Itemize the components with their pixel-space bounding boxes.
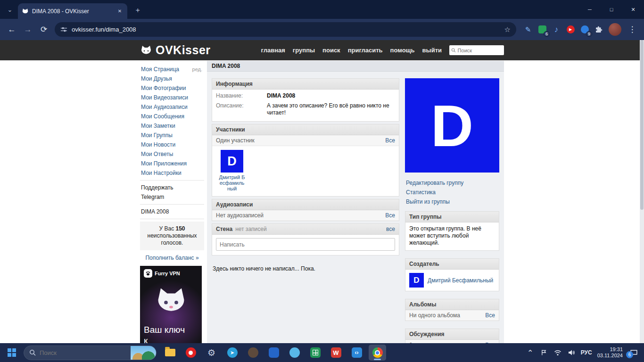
extensions-puzzle-icon[interactable]	[593, 24, 605, 36]
scrollbar-thumb[interactable]	[640, 40, 644, 210]
taskbar-app-icon-1[interactable]	[244, 345, 262, 361]
telegram-plane-icon: ➤	[227, 347, 238, 358]
sidebar-item-settings[interactable]: Мои Настройки	[141, 170, 182, 176]
browser-profile-avatar[interactable]	[609, 23, 621, 36]
sidebar-item-apps[interactable]: Мои Приложения	[141, 160, 187, 167]
forward-button[interactable]: →	[21, 23, 35, 37]
bookmark-star-icon[interactable]: ☆	[504, 25, 511, 34]
tab-favicon-icon	[22, 8, 29, 15]
search-highlight-image[interactable]	[131, 346, 156, 360]
sidebar-item-friends[interactable]: Мои Друзья	[141, 75, 172, 82]
creator-avatar[interactable]: D	[409, 273, 424, 288]
sidebar-item-videos[interactable]: Мои Видеозаписи	[141, 94, 188, 101]
tab-search-button[interactable]: ⌄	[3, 2, 17, 16]
tab-close-icon[interactable]: ✕	[116, 8, 124, 15]
taskbar-spreadsheet-icon[interactable]	[306, 345, 324, 361]
taskbar-settings-icon[interactable]: ⚙	[203, 345, 220, 361]
taskbar-telegram-icon[interactable]: ➤	[223, 345, 241, 361]
browser-menu-button[interactable]: ⋮	[625, 23, 639, 37]
nav-link-search[interactable]: поиск	[322, 47, 340, 54]
sidebar-item-group-dima2008[interactable]: DIMA 2008	[141, 208, 169, 215]
nav-link-home[interactable]: главная	[261, 47, 285, 54]
group-name-label: Название:	[216, 92, 267, 99]
site-settings-icon[interactable]	[60, 26, 67, 33]
sidebar-item-support[interactable]: Поддержать	[141, 184, 173, 191]
taskbar-yandex-browser-icon[interactable]	[182, 345, 199, 361]
member-name-link[interactable]: Дмитрий Бесфамильный	[218, 174, 246, 191]
wall-all-link[interactable]: все	[386, 226, 395, 232]
member-avatar[interactable]: D	[221, 150, 243, 173]
taskbar-clock[interactable]: 19:31 03.11.2024	[597, 346, 623, 359]
extension-icon-blue[interactable]: 9	[578, 24, 591, 36]
notification-center-button[interactable]: 6	[628, 347, 639, 358]
minimize-icon: ─	[588, 7, 592, 12]
sidebar-item-news[interactable]: Мои Новости	[141, 141, 175, 148]
tray-chevron-up-icon[interactable]: ⌃	[526, 348, 535, 357]
browser-tab[interactable]: DIMA 2008 - OVKisser ✕	[18, 3, 127, 19]
minimize-button[interactable]: ─	[579, 0, 601, 19]
nav-link-logout[interactable]: выйти	[422, 47, 442, 54]
taskbar-chrome-icon[interactable]	[369, 345, 386, 361]
taskbar-wps-office-icon[interactable]: W	[327, 345, 345, 361]
site-logo[interactable]: OVKisser	[140, 43, 211, 57]
maximize-button[interactable]: □	[601, 0, 622, 19]
music-extension-icon[interactable]: ♪	[550, 24, 562, 36]
taskbar-vscode-icon[interactable]: ‹›	[348, 345, 365, 361]
sidebar-item-my-page[interactable]: Моя Страница	[141, 66, 179, 73]
member-card: D Дмитрий Бесфамильный	[218, 150, 246, 192]
statistics-link[interactable]: Статистика	[405, 188, 499, 197]
ad-brand-text: Furry VPN	[155, 271, 180, 276]
extension-1-badge: 6	[544, 31, 550, 37]
wall-post-input[interactable]	[216, 238, 395, 251]
sidebar-item-photos[interactable]: Мои Фотографии	[141, 85, 186, 91]
sidebar-edit-link[interactable]: ред.	[192, 66, 202, 72]
sidebar-item-notes[interactable]: Мои Заметки	[141, 123, 175, 129]
tray-flag-icon[interactable]	[540, 348, 548, 357]
nav-link-invite[interactable]: пригласить	[348, 47, 383, 54]
group-avatar[interactable]: D	[405, 78, 499, 173]
taskbar-phone-link-icon[interactable]	[265, 345, 282, 361]
reload-button[interactable]: ⟳	[37, 23, 51, 37]
nav-link-help[interactable]: помощь	[390, 47, 415, 54]
info-header: Информация	[212, 79, 399, 90]
extension-icon-red[interactable]: ▶	[564, 24, 577, 36]
sidebar-item-messages[interactable]: Мои Сообщения	[141, 113, 184, 120]
wifi-icon[interactable]	[553, 348, 562, 357]
taskbar-search[interactable]	[24, 346, 157, 360]
taskbar-file-explorer-icon[interactable]	[161, 345, 179, 361]
play-icon: ▶	[567, 25, 575, 33]
extension-icon-1[interactable]: 6	[536, 24, 548, 36]
back-button[interactable]: ←	[5, 23, 19, 37]
site-search-input[interactable]	[458, 48, 502, 53]
creator-name-link[interactable]: Дмитрий Бесфамильный	[428, 277, 493, 284]
close-button[interactable]: ✕	[622, 0, 644, 19]
kebab-icon: ⋮	[628, 25, 636, 34]
clock-time: 19:31	[597, 346, 623, 353]
sidebar-item-audios[interactable]: Мои Аудиозаписи	[141, 104, 188, 110]
leave-group-link[interactable]: Выйти из группы	[405, 197, 499, 206]
taskbar-messenger-icon[interactable]	[286, 345, 303, 361]
edit-group-link[interactable]: Редактировать группу	[405, 178, 499, 188]
ad-banner[interactable]: Furry VPN Ваш ключ к свободному	[140, 266, 202, 343]
audio-all-link[interactable]: Все	[385, 212, 395, 219]
topup-balance-link[interactable]: Пополнить баланс »	[140, 250, 204, 266]
pen-extension-icon[interactable]: ✎	[522, 24, 534, 36]
nav-link-groups[interactable]: группы	[293, 47, 315, 54]
site-search-box[interactable]	[449, 45, 504, 55]
volume-icon[interactable]	[567, 348, 576, 357]
address-bar[interactable]: ovkisser.fun/dima_2008 ☆	[55, 22, 516, 37]
sidebar-item-groups[interactable]: Мои Группы	[141, 132, 173, 139]
albums-all-link[interactable]: Все	[485, 312, 495, 319]
site-nav: главная группы поиск пригласить помощь в…	[261, 47, 442, 54]
page-scrollbar[interactable]	[640, 40, 644, 343]
sidebar-divider	[140, 219, 204, 219]
discussions-box: Обсуждения 0 тем Все	[405, 329, 499, 343]
taskbar-search-input[interactable]	[40, 349, 110, 356]
keyboard-language-indicator[interactable]: РУС	[581, 349, 592, 356]
pen-icon: ✎	[525, 25, 531, 34]
sidebar-item-answers[interactable]: Мои Ответы	[141, 151, 173, 157]
new-tab-button[interactable]: ＋	[131, 3, 144, 16]
members-all-link[interactable]: Все	[385, 137, 395, 144]
sidebar-item-telegram[interactable]: Telegram	[141, 194, 164, 200]
start-button[interactable]	[3, 345, 21, 361]
